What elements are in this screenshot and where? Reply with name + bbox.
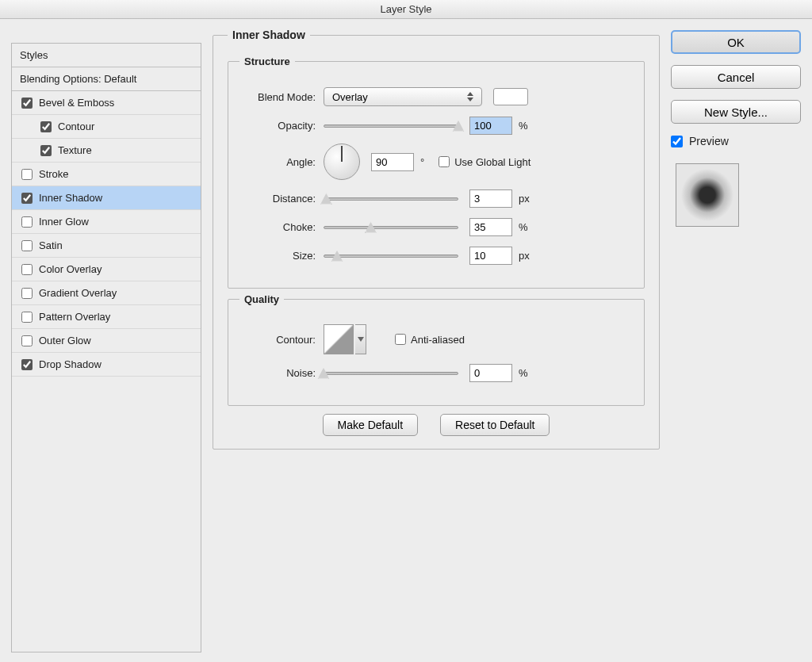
ok-button[interactable]: OK — [671, 30, 801, 54]
blending-options-row[interactable]: Blending Options: Default — [12, 67, 201, 91]
style-checkbox[interactable] — [21, 312, 33, 323]
opacity-input[interactable] — [469, 117, 512, 135]
angle-input[interactable] — [371, 153, 414, 171]
style-row-label: Bevel & Emboss — [39, 97, 114, 109]
distance-unit: px — [519, 193, 530, 205]
choke-unit: % — [519, 221, 528, 233]
preview-checkbox[interactable] — [671, 136, 683, 147]
style-row-color-overlay[interactable]: Color Overlay — [12, 258, 201, 281]
size-unit: px — [519, 250, 530, 262]
size-label: Size: — [239, 250, 324, 262]
structure-fieldset: Structure Blend Mode: Overlay Opacity: — [228, 55, 645, 289]
style-checkbox[interactable] — [21, 193, 33, 204]
style-checkbox[interactable] — [40, 121, 52, 132]
styles-list: Bevel & EmbossContourTextureStrokeInner … — [12, 91, 201, 377]
use-global-light-label: Use Global Light — [454, 156, 530, 168]
style-row-label: Outer Glow — [39, 335, 91, 346]
shadow-color-swatch[interactable] — [493, 88, 528, 105]
anti-aliased[interactable]: Anti-aliased — [395, 334, 465, 346]
blend-mode-value[interactable]: Overlay — [324, 87, 482, 106]
contour-thumbnail[interactable] — [324, 324, 354, 354]
defaults-button-row: Make Default Reset to Default — [228, 414, 645, 436]
distance-slider[interactable] — [324, 190, 458, 206]
use-global-light-checkbox[interactable] — [439, 156, 450, 167]
style-row-label: Contour — [58, 121, 94, 132]
styles-panel: Styles Blending Options: Default Bevel &… — [11, 43, 201, 652]
angle-dial[interactable] — [324, 143, 360, 180]
style-row-label: Stroke — [39, 168, 69, 180]
style-row-inner-glow[interactable]: Inner Glow — [12, 210, 201, 234]
style-row-label: Inner Glow — [39, 216, 89, 228]
style-row-satin[interactable]: Satin — [12, 234, 201, 258]
noise-input[interactable] — [469, 364, 512, 382]
opacity-slider[interactable] — [324, 117, 458, 133]
panel-title: Inner Shadow — [228, 29, 310, 41]
style-row-gradient-overlay[interactable]: Gradient Overlay — [12, 281, 201, 305]
layer-style-dialog: Layer Style Styles Blending Options: Def… — [0, 0, 812, 662]
quality-fieldset: Quality Contour: Anti-aliased Noise: — [228, 293, 645, 406]
style-row-label: Color Overlay — [39, 263, 102, 275]
choke-input[interactable] — [469, 218, 512, 236]
style-checkbox[interactable] — [21, 264, 33, 275]
style-row-label: Inner Shadow — [39, 192, 102, 204]
blend-mode-label: Blend Mode: — [239, 91, 324, 103]
style-checkbox[interactable] — [21, 359, 33, 370]
style-row-label: Satin — [39, 239, 63, 251]
new-style-button[interactable]: New Style... — [671, 100, 801, 124]
contour-row: Contour: Anti-aliased — [239, 324, 633, 354]
style-row-stroke[interactable]: Stroke — [12, 163, 201, 186]
opacity-label: Opacity: — [239, 120, 324, 132]
distance-input[interactable] — [469, 189, 512, 208]
angle-label: Angle: — [239, 156, 324, 168]
style-row-pattern-overlay[interactable]: Pattern Overlay — [12, 305, 201, 329]
use-global-light[interactable]: Use Global Light — [439, 156, 530, 168]
anti-aliased-checkbox[interactable] — [395, 334, 406, 345]
preview-swatch — [676, 163, 739, 227]
contour-dropdown-icon[interactable] — [355, 324, 366, 354]
style-checkbox[interactable] — [21, 335, 33, 346]
cancel-button[interactable]: Cancel — [671, 65, 801, 89]
angle-unit: ° — [420, 156, 424, 168]
make-default-button[interactable]: Make Default — [323, 414, 418, 436]
dialog-buttons-panel: OK Cancel New Style... Preview — [671, 29, 801, 652]
style-checkbox[interactable] — [21, 240, 33, 251]
styles-header[interactable]: Styles — [12, 44, 201, 67]
style-row-drop-shadow[interactable]: Drop Shadow — [12, 353, 201, 377]
preview-label: Preview — [689, 135, 729, 147]
noise-unit: % — [519, 367, 528, 379]
style-row-bevel-emboss[interactable]: Bevel & Emboss — [12, 91, 201, 115]
style-checkbox[interactable] — [21, 169, 33, 180]
choke-label: Choke: — [239, 221, 324, 233]
style-row-label: Texture — [58, 144, 92, 156]
distance-label: Distance: — [239, 193, 324, 205]
opacity-unit: % — [519, 120, 528, 132]
blend-mode-select[interactable]: Overlay — [324, 87, 482, 106]
dialog-title: Layer Style — [0, 0, 812, 19]
size-slider[interactable] — [324, 247, 458, 263]
style-checkbox[interactable] — [21, 288, 33, 299]
size-row: Size: px — [239, 245, 633, 266]
style-row-texture[interactable]: Texture — [12, 139, 201, 163]
choke-row: Choke: % — [239, 216, 633, 237]
size-input[interactable] — [469, 247, 512, 265]
inner-shadow-fieldset: Inner Shadow Structure Blend Mode: Overl… — [213, 29, 660, 450]
style-row-inner-shadow[interactable]: Inner Shadow — [12, 186, 201, 210]
noise-slider[interactable] — [324, 365, 458, 381]
style-checkbox[interactable] — [21, 98, 33, 109]
noise-label: Noise: — [239, 367, 324, 379]
style-checkbox[interactable] — [21, 216, 33, 228]
structure-legend: Structure — [239, 55, 295, 67]
distance-row: Distance: px — [239, 188, 633, 209]
opacity-row: Opacity: % — [239, 115, 633, 136]
choke-slider[interactable] — [324, 219, 458, 235]
preview-toggle[interactable]: Preview — [671, 135, 801, 147]
style-checkbox[interactable] — [40, 145, 52, 156]
noise-row: Noise: % — [239, 362, 633, 383]
anti-aliased-label: Anti-aliased — [411, 334, 465, 346]
style-row-contour[interactable]: Contour — [12, 115, 201, 139]
main-panel: Inner Shadow Structure Blend Mode: Overl… — [213, 29, 660, 652]
reset-default-button[interactable]: Reset to Default — [440, 414, 550, 436]
blend-mode-row: Blend Mode: Overlay — [239, 86, 633, 107]
style-row-outer-glow[interactable]: Outer Glow — [12, 329, 201, 353]
quality-legend: Quality — [239, 293, 284, 305]
